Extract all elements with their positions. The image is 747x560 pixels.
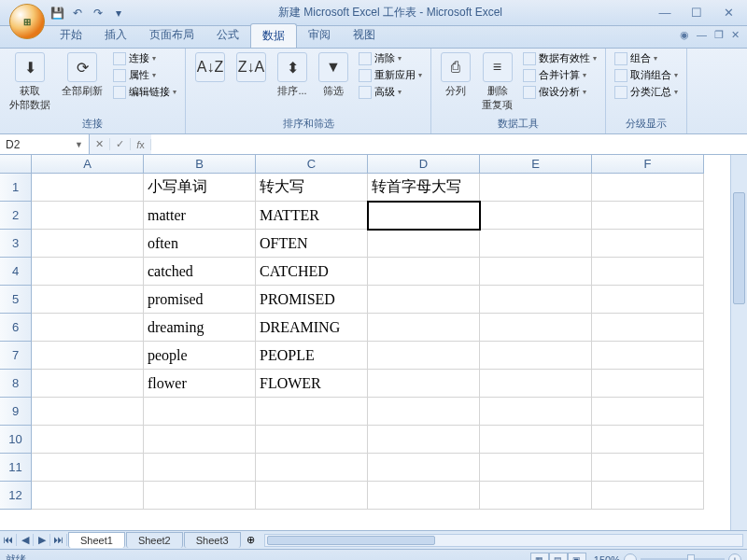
formula-input[interactable] [151, 134, 747, 154]
cell-B11[interactable] [144, 454, 256, 482]
advanced-button[interactable]: 高级 ▾ [356, 84, 425, 100]
name-box[interactable]: D2 ▼ [0, 134, 90, 154]
cell-D2[interactable] [368, 202, 480, 230]
cell-C2[interactable]: MATTER [256, 202, 368, 230]
tab-公式[interactable]: 公式 [205, 23, 250, 48]
cell-C10[interactable] [256, 426, 368, 454]
cell-B2[interactable]: matter [144, 202, 256, 230]
cell-D7[interactable] [368, 342, 480, 370]
row-header-7[interactable]: 7 [0, 342, 32, 370]
cell-F7[interactable] [592, 342, 704, 370]
group-button[interactable]: 组合 ▾ [612, 50, 681, 66]
cell-E11[interactable] [480, 454, 592, 482]
cell-D4[interactable] [368, 258, 480, 286]
office-button[interactable]: ⊞ [9, 4, 45, 39]
cell-A9[interactable] [32, 398, 144, 426]
column-header-D[interactable]: D [368, 155, 480, 174]
view-page-break-icon[interactable]: ▣ [568, 553, 586, 561]
cell-B5[interactable]: promised [144, 286, 256, 314]
cell-A4[interactable] [32, 258, 144, 286]
fx-icon[interactable]: fx [131, 139, 151, 150]
cell-F5[interactable] [592, 286, 704, 314]
cell-B4[interactable]: catched [144, 258, 256, 286]
zoom-slider-knob[interactable] [687, 554, 695, 561]
cell-E6[interactable] [480, 314, 592, 342]
cell-A8[interactable] [32, 370, 144, 398]
cell-A5[interactable] [32, 286, 144, 314]
cell-C12[interactable] [256, 482, 368, 510]
sheet-nav-last-icon[interactable]: ⏭ [50, 534, 67, 546]
cell-C1[interactable]: 转大写 [256, 174, 368, 202]
cell-D5[interactable] [368, 286, 480, 314]
cell-B9[interactable] [144, 398, 256, 426]
subtotal-button[interactable]: 分类汇总 ▾ [612, 84, 681, 100]
row-header-6[interactable]: 6 [0, 314, 32, 342]
cell-F10[interactable] [592, 426, 704, 454]
filter-button[interactable]: ▼筛选 [315, 50, 352, 100]
cell-E4[interactable] [480, 258, 592, 286]
get-external-button[interactable]: ⬇获取 外部数据 [6, 50, 54, 114]
sheet-nav-next-icon[interactable]: ▶ [34, 534, 50, 546]
cell-F3[interactable] [592, 230, 704, 258]
tab-插入[interactable]: 插入 [93, 23, 138, 48]
cell-C5[interactable]: PROMISED [256, 286, 368, 314]
cell-C3[interactable]: OFTEN [256, 230, 368, 258]
new-sheet-icon[interactable]: ⊕ [241, 532, 261, 548]
sheet-nav-first-icon[interactable]: ⏮ [0, 534, 17, 546]
cell-A3[interactable] [32, 230, 144, 258]
view-normal-icon[interactable]: ▦ [530, 553, 549, 561]
cell-B7[interactable]: people [144, 342, 256, 370]
cell-E12[interactable] [480, 482, 592, 510]
cell-A10[interactable] [32, 426, 144, 454]
clear-button[interactable]: 清除 ▾ [356, 50, 425, 66]
cell-D3[interactable] [368, 230, 480, 258]
sheet-tab-Sheet1[interactable]: Sheet1 [68, 532, 125, 548]
row-header-11[interactable]: 11 [0, 454, 32, 482]
row-header-10[interactable]: 10 [0, 426, 32, 454]
cell-E1[interactable] [480, 174, 592, 202]
cell-E7[interactable] [480, 342, 592, 370]
cell-A12[interactable] [32, 482, 144, 510]
vertical-scroll-thumb[interactable] [733, 192, 745, 304]
tab-数据[interactable]: 数据 [250, 23, 297, 48]
cell-F2[interactable] [592, 202, 704, 230]
cell-B12[interactable] [144, 482, 256, 510]
cell-E9[interactable] [480, 398, 592, 426]
sort-asc-button[interactable]: A↓Z [191, 50, 229, 84]
cell-F12[interactable] [592, 482, 704, 510]
sort-desc-button[interactable]: Z↓A [233, 50, 270, 84]
cell-B3[interactable]: often [144, 230, 256, 258]
text-to-columns-button[interactable]: ⎙分列 [437, 50, 474, 100]
horizontal-scroll-thumb[interactable] [267, 536, 435, 545]
sheet-nav-prev-icon[interactable]: ◀ [17, 534, 34, 546]
what-if-button[interactable]: 假设分析 ▾ [520, 84, 599, 100]
zoom-level[interactable]: 150% [594, 554, 620, 561]
close-button[interactable]: ✕ [717, 6, 740, 20]
properties-button[interactable]: 属性 ▾ [110, 67, 179, 83]
tab-审阅[interactable]: 审阅 [297, 23, 342, 48]
column-header-C[interactable]: C [256, 155, 368, 174]
qat-customize-icon[interactable]: ▾ [110, 5, 127, 21]
cell-F8[interactable] [592, 370, 704, 398]
row-header-4[interactable]: 4 [0, 258, 32, 286]
sheet-tab-Sheet2[interactable]: Sheet2 [126, 532, 183, 548]
row-header-5[interactable]: 5 [0, 286, 32, 314]
close-workbook-icon[interactable]: ✕ [731, 29, 740, 41]
restore-window-icon[interactable]: ❐ [714, 29, 724, 41]
row-header-8[interactable]: 8 [0, 370, 32, 398]
cell-C9[interactable] [256, 398, 368, 426]
name-box-dropdown-icon[interactable]: ▼ [75, 140, 83, 149]
refresh-all-button[interactable]: ⟳全部刷新 [58, 50, 106, 100]
row-header-9[interactable]: 9 [0, 398, 32, 426]
cell-E8[interactable] [480, 370, 592, 398]
data-validation-button[interactable]: 数据有效性 ▾ [520, 50, 599, 66]
cancel-formula-icon[interactable]: ✕ [90, 138, 110, 150]
cell-D11[interactable] [368, 454, 480, 482]
ungroup-button[interactable]: 取消组合 ▾ [612, 67, 681, 83]
zoom-out-button[interactable]: − [624, 553, 637, 561]
vertical-scrollbar[interactable] [730, 155, 747, 530]
cell-C7[interactable]: PEOPLE [256, 342, 368, 370]
cell-D9[interactable] [368, 398, 480, 426]
cell-D10[interactable] [368, 426, 480, 454]
connections-button[interactable]: 连接 ▾ [110, 50, 179, 66]
